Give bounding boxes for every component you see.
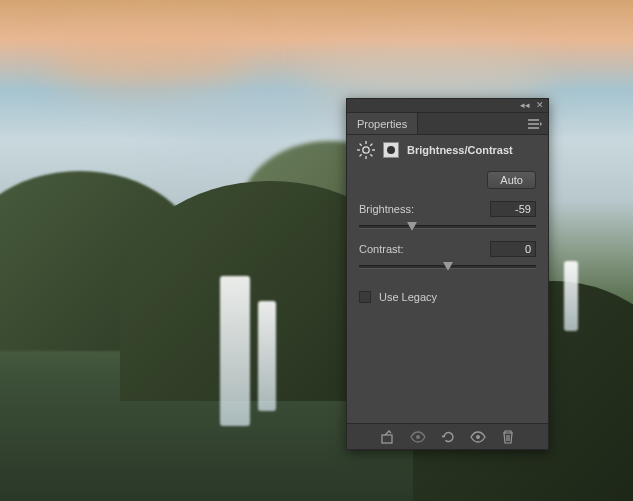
brightness-icon	[357, 141, 375, 159]
close-icon[interactable]: ✕	[536, 101, 544, 110]
panel-titlebar[interactable]: ◂◂ ✕	[347, 99, 548, 113]
contrast-thumb[interactable]	[443, 262, 453, 271]
svg-point-11	[476, 435, 480, 439]
contrast-label: Contrast:	[359, 243, 404, 255]
collapse-icon[interactable]: ◂◂	[520, 101, 530, 110]
tab-properties[interactable]: Properties	[347, 113, 418, 134]
brightness-value[interactable]	[490, 201, 536, 217]
panel-menu-icon[interactable]	[522, 113, 548, 134]
clip-to-layer-icon[interactable]	[380, 429, 396, 445]
tab-row: Properties	[347, 113, 548, 135]
adjustment-header: Brightness/Contrast	[347, 135, 548, 165]
auto-button[interactable]: Auto	[487, 171, 536, 189]
view-previous-icon[interactable]	[410, 429, 426, 445]
toggle-visibility-icon[interactable]	[470, 429, 486, 445]
brightness-slider[interactable]	[359, 219, 536, 233]
brightness-thumb[interactable]	[407, 222, 417, 231]
svg-line-6	[370, 154, 372, 156]
legacy-label: Use Legacy	[379, 291, 437, 303]
legacy-checkbox[interactable]	[359, 291, 371, 303]
svg-point-0	[363, 147, 369, 153]
panel-footer	[347, 423, 548, 449]
svg-line-7	[360, 154, 362, 156]
adjustment-name: Brightness/Contrast	[407, 144, 513, 156]
svg-point-10	[416, 435, 420, 439]
svg-rect-9	[382, 435, 392, 443]
delete-icon[interactable]	[500, 429, 516, 445]
brightness-label: Brightness:	[359, 203, 414, 215]
properties-panel: ◂◂ ✕ Properties Brightness/Contrast Auto…	[346, 98, 549, 450]
contrast-value[interactable]	[490, 241, 536, 257]
svg-line-8	[370, 144, 372, 146]
reset-icon[interactable]	[440, 429, 456, 445]
layer-mask-icon	[383, 142, 399, 158]
svg-line-5	[360, 144, 362, 146]
contrast-slider[interactable]	[359, 259, 536, 273]
